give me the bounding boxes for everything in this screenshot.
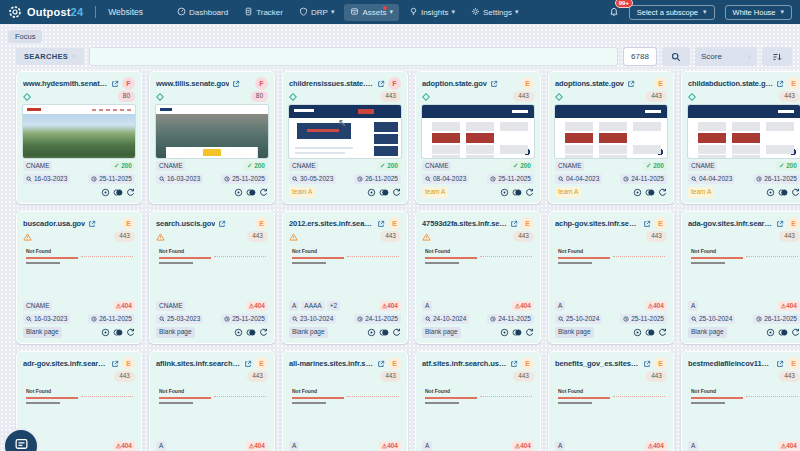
compare-icon[interactable] [246, 188, 256, 197]
website-card[interactable]: all-marines.sites.infr.sea... E 443 Not … [282, 351, 408, 451]
nav-item-assets[interactable]: Assets [344, 4, 399, 21]
compare-icon[interactable] [778, 328, 788, 337]
refresh-icon[interactable] [525, 328, 534, 337]
notification-count-badge: 99+ [615, 0, 633, 8]
external-link-icon[interactable] [377, 80, 385, 88]
refresh-icon[interactable] [658, 188, 667, 197]
magnifier-icon [159, 316, 165, 322]
screenshot-icon[interactable] [101, 188, 110, 197]
compare-icon[interactable] [778, 188, 788, 197]
external-link-icon[interactable] [510, 360, 518, 368]
website-card[interactable]: 47593d2fa.sites.infr.searc... E 443 Not … [415, 211, 541, 344]
external-link-icon[interactable] [627, 80, 635, 88]
grade-badge: E [388, 217, 401, 230]
nav-item-insights[interactable]: Insights [403, 4, 461, 21]
website-card[interactable]: aflink.sites.infr.search.u... E 443 Not … [149, 351, 275, 451]
screenshot-icon[interactable] [367, 328, 376, 337]
screenshot-icon[interactable] [367, 188, 376, 197]
website-card[interactable]: childabduction.state.gov E 443 Not Found… [681, 71, 800, 204]
thumbnail-error-line [425, 397, 477, 399]
focus-chip[interactable]: Focus [8, 30, 42, 43]
external-link-icon[interactable] [377, 220, 385, 228]
refresh-icon[interactable] [259, 188, 268, 197]
note-chip: Blank page [156, 327, 195, 337]
refresh-icon[interactable] [658, 328, 667, 337]
external-link-icon[interactable] [490, 80, 498, 88]
screenshot-icon[interactable] [500, 188, 509, 197]
search-input[interactable] [89, 47, 618, 66]
compare-icon[interactable] [379, 328, 389, 337]
compare-icon[interactable] [645, 188, 655, 197]
screenshot-icon[interactable] [101, 328, 110, 337]
screenshot-icon[interactable] [234, 188, 243, 197]
nav-item-tracker[interactable]: Tracker [238, 4, 289, 21]
website-card[interactable]: ada-gov.sites.infr.search... E 443 Not F… [681, 211, 800, 344]
screenshot-icon[interactable] [234, 328, 243, 337]
thumbnail-error-line [159, 257, 211, 259]
refresh-icon[interactable] [791, 188, 800, 197]
compare-icon[interactable] [113, 328, 123, 337]
sort-button[interactable] [762, 47, 792, 66]
refresh-icon[interactable] [791, 328, 800, 337]
external-link-icon[interactable] [776, 80, 784, 88]
screenshot-icon[interactable] [766, 188, 775, 197]
thumbnail-error-text: Not Found [26, 388, 51, 394]
external-link-icon[interactable] [111, 80, 119, 88]
card-actions [633, 188, 667, 197]
website-card[interactable]: www.tillis.senate.gov F 80 Not Found ↖ C… [149, 71, 275, 204]
score-dropdown[interactable]: Score [695, 47, 757, 66]
external-link-icon[interactable] [510, 220, 518, 228]
website-card[interactable]: benefits_gov_es.sites.infr... E 443 Not … [548, 351, 674, 451]
site-thumbnail: Not Found ↖ [289, 105, 401, 158]
nav-item-drp[interactable]: DRP [293, 4, 340, 21]
refresh-icon[interactable] [525, 188, 534, 197]
refresh-icon[interactable] [392, 328, 401, 337]
refresh-icon[interactable] [392, 188, 401, 197]
compare-icon[interactable] [379, 188, 389, 197]
compare-icon[interactable] [645, 328, 655, 337]
grade-badge: E [122, 357, 135, 370]
external-link-icon[interactable] [244, 360, 252, 368]
website-card[interactable]: adoption.state.gov E 443 Not Found ↖ CNA… [415, 71, 541, 204]
website-card[interactable]: www.hydesmith.senate.gov F 80 Not Found … [16, 71, 142, 204]
website-card[interactable]: adoptions.state.gov E 443 Not Found ↖ CN… [548, 71, 674, 204]
external-link-icon[interactable] [776, 360, 784, 368]
website-card[interactable]: bestmediafileincov11711hec... E 443 Not … [681, 351, 800, 451]
website-card[interactable]: buscador.usa.gov E 443 Not Found ↖ CNAME… [16, 211, 142, 344]
screenshot-icon[interactable] [633, 188, 642, 197]
website-card[interactable]: childrensissues.state.gov F 443 Not Foun… [282, 71, 408, 204]
lightbulb-icon [409, 7, 418, 18]
compare-icon[interactable] [512, 188, 522, 197]
external-link-icon[interactable] [88, 220, 96, 228]
notifications-button[interactable]: 99+ [609, 3, 619, 21]
external-link-icon[interactable] [377, 360, 385, 368]
site-thumbnail: Not Found ↖ [422, 105, 534, 158]
screenshot-icon[interactable] [766, 328, 775, 337]
compare-icon[interactable] [246, 328, 256, 337]
search-button[interactable] [662, 47, 690, 66]
external-link-icon[interactable] [232, 80, 240, 88]
refresh-icon[interactable] [259, 328, 268, 337]
external-link-icon[interactable] [218, 220, 226, 228]
site-thumbnail: Not Found ↖ [23, 385, 135, 438]
website-card[interactable]: atf.sites.infr.search.usa... E 443 Not F… [415, 351, 541, 451]
refresh-icon[interactable] [126, 188, 135, 197]
nav-item-dashboard[interactable]: Dashboard [171, 4, 234, 21]
scope-select[interactable]: White House [725, 5, 792, 20]
screenshot-icon[interactable] [633, 328, 642, 337]
compare-icon[interactable] [512, 328, 522, 337]
subscope-select[interactable]: Select a subscope [629, 5, 715, 20]
compare-icon[interactable] [113, 188, 123, 197]
external-link-icon[interactable] [643, 360, 651, 368]
screenshot-icon[interactable] [500, 328, 509, 337]
website-card[interactable]: 2012.ers.sites.infr.search... E 443 Not … [282, 211, 408, 344]
external-link-icon[interactable] [776, 220, 784, 228]
searches-dropdown[interactable]: SEARCHES [16, 48, 84, 65]
external-link-icon[interactable] [643, 220, 651, 228]
refresh-icon[interactable] [126, 328, 135, 337]
nav-item-settings[interactable]: Settings [465, 4, 524, 21]
website-card[interactable]: search.uscis.gov E 443 Not Found ↖ CNAME… [149, 211, 275, 344]
external-link-icon[interactable] [111, 360, 119, 368]
clock-icon [490, 176, 496, 182]
website-card[interactable]: achp-gov.sites.infr.search... E 443 Not … [548, 211, 674, 344]
